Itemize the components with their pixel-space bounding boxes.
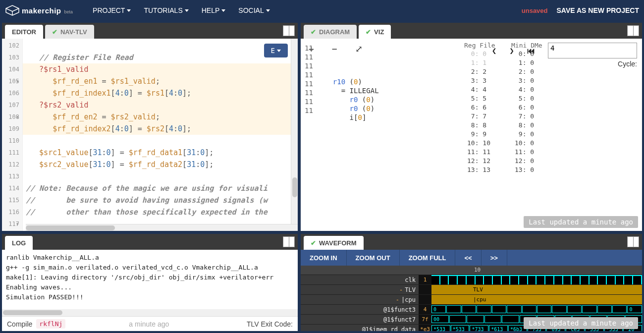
cycle-label: Cycle: bbox=[618, 60, 637, 68]
cycle-input[interactable] bbox=[548, 43, 637, 58]
waveform-viewer[interactable]: 10 clk1TLVTLV|cpu|cpu@1$funct3400@1$func… bbox=[301, 266, 642, 331]
tab-editor[interactable]: EDITOR bbox=[5, 25, 43, 39]
viz-left-ids: 11 11 11 11 11 11 11 11 bbox=[305, 44, 313, 122]
unsaved-indicator: unsaved bbox=[522, 7, 548, 14]
code-editor[interactable]: 102 103 104 ▾ 105 106 107 ▾ 108 109 110 … bbox=[2, 39, 298, 231]
tab-nav-tlv[interactable]: ✔NAV-TLV bbox=[45, 25, 94, 39]
zoom-full-button[interactable]: ZOOM FULL bbox=[400, 250, 456, 266]
waveform-tabbar: ✔WAVEFORM bbox=[301, 234, 642, 250]
compile-time: a minute ago bbox=[129, 320, 169, 328]
signal-wave: |cpu bbox=[431, 295, 642, 304]
log-line: Simulation PASSED!!! bbox=[6, 292, 294, 302]
compile-id: rkflNj bbox=[36, 319, 65, 329]
log-panel: LOG ranlib Vmakerchip__ALL.a g++ -g sim_… bbox=[2, 234, 298, 331]
signal-label: clk bbox=[301, 275, 419, 284]
log-line: make[1]: Leaving directory '/src/obj_dir… bbox=[6, 273, 294, 282]
menu-project[interactable]: PROJECT bbox=[93, 6, 131, 14]
signal-label: @1$funct7 bbox=[301, 315, 419, 324]
waveform-panel: ✔WAVEFORM ZOOM IN ZOOM OUT ZOOM FULL << … bbox=[301, 234, 642, 331]
split-layout-icon[interactable] bbox=[627, 236, 639, 247]
menu-help[interactable]: HELP bbox=[202, 6, 226, 14]
log-line: g++ -g sim_main.o verilated.o verilated_… bbox=[6, 263, 294, 273]
viz-update-badge: Last updated a minute ago bbox=[524, 216, 638, 228]
time-ruler: 10 bbox=[301, 266, 642, 275]
top-right-actions: unsaved SAVE AS NEW PROJECT bbox=[522, 6, 639, 14]
dmem-list: 0: 0 1: 0 2: 0 3: 0 4: 0 5: 0 6: 0 7: 0 … bbox=[515, 50, 534, 174]
check-icon: ✔ bbox=[311, 239, 316, 247]
compile-label: Compile bbox=[7, 320, 32, 328]
chevron-down-icon bbox=[277, 50, 281, 52]
signal-label: @1$imem_rd_data bbox=[301, 325, 419, 331]
viz-canvas[interactable]: + − ⤢ ❮ ❯ ⏮ Cycle: 11 11 11 11 11 11 11 … bbox=[301, 39, 642, 231]
beta-badge: beta bbox=[64, 9, 73, 14]
forward-button[interactable]: >> bbox=[482, 250, 507, 266]
log-tabbar: LOG bbox=[2, 234, 298, 250]
log-footer: Compile rkflNj a minute ago TLV Exit Cod… bbox=[2, 316, 298, 331]
signal-wave: 00 bbox=[431, 305, 642, 314]
main-menu: PROJECT TUTORIALS HELP SOCIAL bbox=[93, 6, 270, 14]
chevron-down-icon bbox=[185, 9, 189, 12]
logo-icon bbox=[5, 4, 20, 16]
editor-panel: EDITOR ✔NAV-TLV 102 103 104 ▾ 105 106 10… bbox=[2, 23, 298, 231]
split-layout-icon[interactable] bbox=[627, 25, 639, 36]
viz-tabbar: ✔DIAGRAM ✔VIZ bbox=[301, 23, 642, 39]
check-icon: ✔ bbox=[366, 28, 371, 36]
code-body[interactable]: // Register File Read ?$rs1_valid $rf_rd… bbox=[23, 39, 298, 231]
chevron-down-icon bbox=[266, 9, 270, 12]
signal-wave: TLV bbox=[431, 285, 642, 294]
dmem-header: Mini DMe bbox=[511, 42, 542, 49]
signal-initial-value: 7f bbox=[419, 315, 431, 324]
log-line: ranlib Vmakerchip__ALL.a bbox=[6, 253, 294, 263]
signal-row[interactable]: clk1 bbox=[301, 275, 642, 284]
signal-initial-value: 4 bbox=[419, 305, 431, 314]
signal-label: @1$funct3 bbox=[301, 305, 419, 314]
wave-update-badge: Last updated a minute ago bbox=[524, 317, 638, 329]
menu-social[interactable]: SOCIAL bbox=[238, 6, 269, 14]
log-line: Enabling waves... bbox=[6, 282, 294, 292]
e-dropdown-button[interactable]: E bbox=[264, 44, 288, 57]
viz-instruction: r10 (0) = ILLEGAL r0 (0) r0 (0) i[0] bbox=[333, 77, 379, 122]
zoom-out-button[interactable]: ZOOM OUT bbox=[347, 250, 400, 266]
reg-file-list: 0: 0 1: 1 2: 2 3: 3 4: 4 5: 5 6: 6 7: 7 … bbox=[467, 50, 490, 174]
logo[interactable]: makerchip beta bbox=[5, 4, 73, 16]
check-icon: ✔ bbox=[52, 28, 57, 36]
h-scrollbar[interactable] bbox=[2, 309, 298, 316]
zoom-in-button[interactable]: ZOOM IN bbox=[301, 250, 347, 266]
save-as-new-project-button[interactable]: SAVE AS NEW PROJECT bbox=[557, 6, 639, 14]
editor-tabbar: EDITOR ✔NAV-TLV bbox=[2, 23, 298, 39]
exit-code-label: TLV Exit Code: bbox=[247, 320, 293, 328]
signal-label: |cpu bbox=[301, 295, 419, 304]
signal-initial-value: *e3 bbox=[419, 325, 431, 331]
menu-tutorials[interactable]: TUTORIALS bbox=[144, 6, 188, 14]
reg-file-header: Reg File bbox=[464, 42, 495, 49]
signal-row[interactable]: @1$funct3400 bbox=[301, 304, 642, 314]
signal-initial-value bbox=[419, 295, 431, 304]
chevron-down-icon bbox=[221, 9, 225, 12]
signal-wave bbox=[431, 275, 642, 284]
tab-diagram[interactable]: ✔DIAGRAM bbox=[304, 25, 357, 39]
signal-initial-value: 1 bbox=[419, 275, 431, 284]
h-scrollbar[interactable] bbox=[26, 224, 298, 231]
check-icon: ✔ bbox=[311, 28, 316, 36]
line-gutter: 102 103 104 ▾ 105 106 107 ▾ 108 109 110 … bbox=[2, 39, 23, 231]
signal-initial-value bbox=[419, 285, 431, 294]
waveform-toolbar: ZOOM IN ZOOM OUT ZOOM FULL << >> bbox=[301, 250, 642, 266]
tab-waveform[interactable]: ✔WAVEFORM bbox=[304, 236, 364, 250]
v-scrollbar[interactable] bbox=[291, 39, 298, 224]
split-layout-icon[interactable] bbox=[283, 25, 295, 36]
tab-viz[interactable]: ✔VIZ bbox=[359, 25, 391, 39]
rewind-button[interactable]: << bbox=[455, 250, 481, 266]
chevron-down-icon bbox=[127, 9, 131, 12]
tab-log[interactable]: LOG bbox=[5, 236, 33, 250]
signal-row[interactable]: |cpu|cpu bbox=[301, 294, 642, 304]
top-menu-bar: makerchip beta PROJECT TUTORIALS HELP SO… bbox=[0, 0, 644, 21]
signal-row[interactable]: TLVTLV bbox=[301, 284, 642, 294]
signal-label: TLV bbox=[301, 285, 419, 294]
split-layout-icon[interactable] bbox=[283, 236, 295, 247]
log-output[interactable]: ranlib Vmakerchip__ALL.a g++ -g sim_main… bbox=[2, 250, 298, 316]
logo-text: makerchip bbox=[22, 6, 61, 15]
viz-panel: ✔DIAGRAM ✔VIZ + − ⤢ ❮ ❯ ⏮ Cycle: 11 11 1… bbox=[301, 23, 642, 231]
